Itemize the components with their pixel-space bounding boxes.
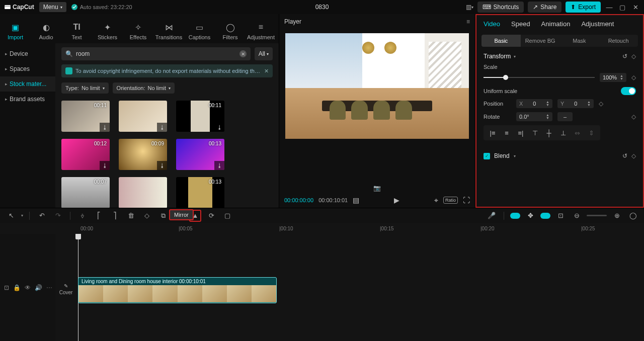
ratio-button[interactable]: Ratio [443,197,458,204]
subtab-basic[interactable]: Basic [481,35,521,47]
redo-icon[interactable]: ↷ [52,210,64,222]
nav-stock[interactable]: ▸Stock mater... [0,76,55,92]
reset-icon[interactable]: ↺ [622,53,627,60]
media-thumb[interactable]: 00:12⭳ [61,139,110,170]
minimize-button[interactable]: — [605,4,614,11]
undo-icon[interactable]: ↶ [36,210,48,222]
nav-brand-assets[interactable]: ▸Brand assets [0,92,55,107]
lock-icon[interactable]: ⊡ [4,284,9,291]
tab-adjustment[interactable]: ≡Adjustment [246,18,276,43]
lock-icon[interactable]: 🔒 [13,284,21,291]
nav-spaces[interactable]: ▸Spaces [0,61,55,76]
timeline-tracks[interactable]: ⊡ 🔒 👁 🔊 ⋯ ✎ Cover Living room and Dining… [0,234,644,341]
shortcuts-button[interactable]: ⌨Shortcuts [477,2,524,13]
zoom-out-icon[interactable]: ⊖ [571,210,583,222]
subtab-retouch[interactable]: Retouch [599,35,638,47]
zoom-in-icon[interactable]: ⊕ [611,210,623,222]
camera-icon[interactable]: 📷 [373,185,381,192]
tab-transitions[interactable]: ⋈Transitions [153,18,184,43]
split-icon[interactable]: ⎀ [76,210,89,222]
zoom-fit-icon[interactable]: ◯ [627,210,639,222]
tab-adjustment[interactable]: Adjustment [581,20,614,28]
media-thumb[interactable]: 00:11⭳ [176,101,224,132]
align-top-icon[interactable]: ⊤ [528,127,542,138]
compare-icon[interactable]: ▤ [353,196,359,204]
uniform-scale-toggle[interactable] [621,87,636,95]
tab-effects[interactable]: ✧Effects [123,18,153,43]
search-input[interactable] [76,50,236,57]
keyframe-icon[interactable]: ◇ [631,74,636,81]
align-right-icon[interactable]: ≡| [514,127,528,138]
mute-icon[interactable]: 🔊 [35,284,42,291]
cover-button[interactable]: ✎ Cover [58,280,73,298]
preview-canvas[interactable] [285,33,469,139]
orientation-filter[interactable]: Orientation:No limit▾ [113,82,175,94]
play-button[interactable]: ▶ [394,196,399,204]
position-x[interactable]: X0▲▼ [516,99,552,108]
tab-text[interactable]: TIText [61,18,92,43]
rotate-value[interactable]: 0.0°▲▼ [516,112,552,121]
download-icon[interactable]: ⭳ [100,161,110,170]
mic-icon[interactable]: 🎤 [486,210,498,222]
tab-speed[interactable]: Speed [511,20,530,28]
type-filter[interactable]: Type:No limit▾ [61,82,109,94]
close-button[interactable]: ✕ [631,4,640,11]
tab-stickers[interactable]: ✦Stickers [92,18,123,43]
magnet-toggle[interactable] [510,213,520,219]
rotate-extra[interactable]: – [557,112,573,121]
delete-icon[interactable]: 🗑 [125,210,137,222]
maximize-button[interactable]: ▢ [618,4,627,11]
tab-animation[interactable]: Animation [541,20,571,28]
align-left-icon[interactable]: |≡ [486,127,500,138]
copy-icon[interactable]: ⧉ [157,210,169,222]
rotate-icon[interactable]: ⟳ [205,210,217,222]
download-icon[interactable]: ⭳ [100,123,110,132]
filter-all-button[interactable]: All▾ [255,47,273,60]
subtab-mask[interactable]: Mask [560,35,599,47]
split-left-icon[interactable]: ⎡ [93,210,105,222]
player-menu-icon[interactable]: ≡ [466,18,470,25]
close-notice-button[interactable]: ✕ [264,68,269,74]
align-vcenter-icon[interactable]: ┼ [542,127,556,138]
align-hcenter-icon[interactable]: ≡ [500,127,514,138]
download-icon[interactable]: ⭳ [214,161,224,170]
blend-checkbox[interactable]: ✓ [484,153,490,159]
crop-icon[interactable]: ▢ [221,210,233,222]
reset-icon[interactable]: ↺ [622,152,627,159]
media-thumb[interactable]: 00:11⭳ [61,101,110,132]
tab-filters[interactable]: ◯Filters [215,18,246,43]
tab-video[interactable]: Video [484,20,500,28]
tab-import[interactable]: ▣Import [0,18,31,43]
clear-search-button[interactable]: ✕ [239,50,247,57]
export-button[interactable]: ⬆Export [566,2,601,13]
split-right-icon[interactable]: ⎤ [109,210,121,222]
tab-captions[interactable]: ▭Captions [184,18,215,43]
link-icon[interactable]: ✥ [524,210,536,222]
scale-slider[interactable] [484,77,595,78]
subtab-removebg[interactable]: Remove BG [521,35,560,47]
scan-icon[interactable]: ⌖ [434,196,438,205]
media-thumb[interactable]: ⭳ [119,101,167,132]
media-thumb[interactable] [119,177,167,208]
download-icon[interactable]: ⭳ [157,123,167,132]
timeline-clip[interactable]: Living room and Dining room house interi… [78,277,277,303]
select-tool-icon[interactable]: ↖ [5,210,17,222]
preview-icon[interactable]: ⊡ [554,210,567,222]
share-button[interactable]: ↗Share [528,2,561,13]
visibility-icon[interactable]: 👁 [25,284,31,291]
mark-icon[interactable]: ◇ [141,210,153,222]
scale-value[interactable]: 100%▲▼ [600,73,626,82]
keyframe-icon[interactable]: ◇ [599,100,603,107]
keyframe-icon[interactable]: ◇ [631,53,636,60]
layout-icon[interactable]: ▥▾ [466,4,473,11]
nav-device[interactable]: ▸Device [0,46,55,61]
tab-audio[interactable]: ◐Audio [31,18,61,43]
download-icon[interactable]: ⭳ [214,123,224,132]
download-icon[interactable]: ⭳ [157,161,167,170]
keyframe-icon[interactable]: ◇ [631,152,636,159]
position-y[interactable]: Y0▲▼ [557,99,594,108]
fullscreen-icon[interactable]: ⛶ [463,196,470,204]
align-bottom-icon[interactable]: ⊥ [556,127,570,138]
snap-toggle[interactable] [540,213,550,219]
timeline-ruler[interactable]: 00:00 |00:05 |00:10 |00:15 |00:20 |00:25 [0,223,644,234]
